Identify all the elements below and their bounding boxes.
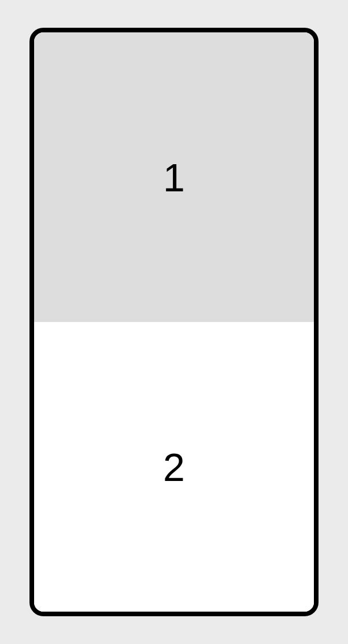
panel-bottom-label: 2 (163, 445, 185, 490)
panel-top-label: 1 (163, 155, 185, 200)
device-frame: 1 2 (29, 28, 319, 616)
panel-top: 1 (34, 32, 314, 322)
panel-bottom: 2 (34, 322, 314, 612)
